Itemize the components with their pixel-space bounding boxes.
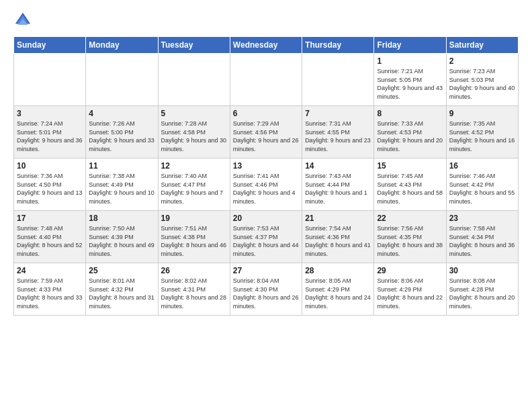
header-cell-thursday: Thursday	[302, 37, 374, 54]
day-cell: 27Sunrise: 8:04 AM Sunset: 4:30 PM Dayli…	[230, 263, 302, 316]
day-cell: 18Sunrise: 7:50 AM Sunset: 4:39 PM Dayli…	[86, 211, 158, 263]
day-number: 5	[161, 109, 227, 118]
week-row-4: 17Sunrise: 7:48 AM Sunset: 4:40 PM Dayli…	[14, 211, 519, 263]
page: SundayMondayTuesdayWednesdayThursdayFrid…	[0, 0, 532, 322]
week-row-1: 1Sunrise: 7:21 AM Sunset: 5:05 PM Daylig…	[14, 54, 519, 106]
day-info: Sunrise: 8:04 AM Sunset: 4:30 PM Dayligh…	[233, 277, 299, 310]
day-number: 21	[305, 214, 371, 223]
day-cell: 24Sunrise: 7:59 AM Sunset: 4:33 PM Dayli…	[14, 263, 86, 316]
day-info: Sunrise: 7:59 AM Sunset: 4:33 PM Dayligh…	[17, 277, 83, 310]
day-info: Sunrise: 8:01 AM Sunset: 4:32 PM Dayligh…	[89, 277, 154, 310]
day-cell: 26Sunrise: 8:02 AM Sunset: 4:31 PM Dayli…	[158, 263, 230, 316]
day-cell: 13Sunrise: 7:41 AM Sunset: 4:46 PM Dayli…	[230, 158, 302, 211]
header-cell-friday: Friday	[374, 37, 446, 54]
day-cell: 5Sunrise: 7:28 AM Sunset: 4:58 PM Daylig…	[158, 106, 230, 158]
header-cell-sunday: Sunday	[14, 37, 86, 54]
day-cell: 14Sunrise: 7:43 AM Sunset: 4:44 PM Dayli…	[302, 158, 374, 211]
day-info: Sunrise: 7:40 AM Sunset: 4:47 PM Dayligh…	[161, 172, 227, 205]
calendar-body: 1Sunrise: 7:21 AM Sunset: 5:05 PM Daylig…	[14, 54, 519, 316]
day-number: 16	[449, 161, 515, 171]
header	[13, 11, 519, 30]
day-info: Sunrise: 8:06 AM Sunset: 4:29 PM Dayligh…	[377, 277, 443, 310]
day-info: Sunrise: 8:02 AM Sunset: 4:31 PM Dayligh…	[161, 277, 227, 310]
day-info: Sunrise: 7:35 AM Sunset: 4:52 PM Dayligh…	[449, 120, 515, 153]
day-info: Sunrise: 7:21 AM Sunset: 5:05 PM Dayligh…	[377, 67, 443, 101]
day-number: 8	[377, 109, 443, 118]
day-cell: 4Sunrise: 7:26 AM Sunset: 5:00 PM Daylig…	[86, 106, 158, 158]
day-number: 1	[377, 56, 443, 66]
logo	[13, 11, 35, 30]
day-info: Sunrise: 8:05 AM Sunset: 4:29 PM Dayligh…	[305, 277, 371, 310]
day-number: 13	[233, 161, 299, 171]
day-cell: 3Sunrise: 7:24 AM Sunset: 5:01 PM Daylig…	[14, 106, 86, 158]
day-number: 24	[17, 266, 83, 275]
day-cell: 28Sunrise: 8:05 AM Sunset: 4:29 PM Dayli…	[302, 263, 374, 316]
day-number: 15	[377, 161, 443, 171]
day-info: Sunrise: 7:33 AM Sunset: 4:53 PM Dayligh…	[377, 120, 443, 153]
day-number: 11	[89, 161, 154, 171]
day-number: 28	[305, 266, 371, 275]
day-cell	[230, 54, 302, 106]
day-info: Sunrise: 7:28 AM Sunset: 4:58 PM Dayligh…	[161, 120, 227, 153]
day-cell: 7Sunrise: 7:31 AM Sunset: 4:55 PM Daylig…	[302, 106, 374, 158]
day-cell: 30Sunrise: 8:08 AM Sunset: 4:28 PM Dayli…	[446, 263, 518, 316]
day-cell: 29Sunrise: 8:06 AM Sunset: 4:29 PM Dayli…	[374, 263, 446, 316]
day-number: 29	[377, 266, 443, 275]
day-info: Sunrise: 7:50 AM Sunset: 4:39 PM Dayligh…	[89, 224, 154, 258]
week-row-3: 10Sunrise: 7:36 AM Sunset: 4:50 PM Dayli…	[14, 158, 519, 211]
day-number: 12	[161, 161, 227, 171]
day-info: Sunrise: 7:58 AM Sunset: 4:34 PM Dayligh…	[449, 224, 515, 258]
logo-icon	[13, 11, 32, 30]
header-cell-wednesday: Wednesday	[230, 37, 302, 54]
day-info: Sunrise: 7:31 AM Sunset: 4:55 PM Dayligh…	[305, 120, 371, 153]
day-info: Sunrise: 7:26 AM Sunset: 5:00 PM Dayligh…	[89, 120, 154, 153]
day-info: Sunrise: 7:48 AM Sunset: 4:40 PM Dayligh…	[17, 224, 83, 258]
day-cell: 19Sunrise: 7:51 AM Sunset: 4:38 PM Dayli…	[158, 211, 230, 263]
day-info: Sunrise: 7:38 AM Sunset: 4:49 PM Dayligh…	[89, 172, 154, 205]
header-cell-tuesday: Tuesday	[158, 37, 230, 54]
day-cell	[86, 54, 158, 106]
day-cell: 11Sunrise: 7:38 AM Sunset: 4:49 PM Dayli…	[86, 158, 158, 211]
day-number: 2	[449, 56, 515, 66]
day-number: 9	[449, 109, 515, 118]
day-cell: 1Sunrise: 7:21 AM Sunset: 5:05 PM Daylig…	[374, 54, 446, 106]
day-number: 20	[233, 214, 299, 223]
day-info: Sunrise: 7:51 AM Sunset: 4:38 PM Dayligh…	[161, 224, 227, 258]
day-info: Sunrise: 7:43 AM Sunset: 4:44 PM Dayligh…	[305, 172, 371, 205]
day-cell: 17Sunrise: 7:48 AM Sunset: 4:40 PM Dayli…	[14, 211, 86, 263]
day-info: Sunrise: 7:54 AM Sunset: 4:36 PM Dayligh…	[305, 224, 371, 258]
header-cell-saturday: Saturday	[446, 37, 518, 54]
day-number: 25	[89, 266, 154, 275]
day-number: 27	[233, 266, 299, 275]
week-row-5: 24Sunrise: 7:59 AM Sunset: 4:33 PM Dayli…	[14, 263, 519, 316]
day-number: 3	[17, 109, 83, 118]
day-cell	[302, 54, 374, 106]
day-cell: 12Sunrise: 7:40 AM Sunset: 4:47 PM Dayli…	[158, 158, 230, 211]
day-info: Sunrise: 7:56 AM Sunset: 4:35 PM Dayligh…	[377, 224, 443, 258]
day-cell: 2Sunrise: 7:23 AM Sunset: 5:03 PM Daylig…	[446, 54, 518, 106]
day-info: Sunrise: 7:41 AM Sunset: 4:46 PM Dayligh…	[233, 172, 299, 205]
day-cell	[158, 54, 230, 106]
day-cell: 15Sunrise: 7:45 AM Sunset: 4:43 PM Dayli…	[374, 158, 446, 211]
calendar-table: SundayMondayTuesdayWednesdayThursdayFrid…	[13, 36, 519, 316]
day-number: 26	[161, 266, 227, 275]
day-info: Sunrise: 7:29 AM Sunset: 4:56 PM Dayligh…	[233, 120, 299, 153]
day-number: 22	[377, 214, 443, 223]
day-cell: 6Sunrise: 7:29 AM Sunset: 4:56 PM Daylig…	[230, 106, 302, 158]
day-number: 17	[17, 214, 83, 223]
week-row-2: 3Sunrise: 7:24 AM Sunset: 5:01 PM Daylig…	[14, 106, 519, 158]
day-info: Sunrise: 8:08 AM Sunset: 4:28 PM Dayligh…	[449, 277, 515, 310]
day-number: 19	[161, 214, 227, 223]
day-number: 30	[449, 266, 515, 275]
header-row: SundayMondayTuesdayWednesdayThursdayFrid…	[14, 37, 519, 54]
day-cell: 16Sunrise: 7:46 AM Sunset: 4:42 PM Dayli…	[446, 158, 518, 211]
day-info: Sunrise: 7:36 AM Sunset: 4:50 PM Dayligh…	[17, 172, 83, 205]
day-cell: 10Sunrise: 7:36 AM Sunset: 4:50 PM Dayli…	[14, 158, 86, 211]
day-cell: 9Sunrise: 7:35 AM Sunset: 4:52 PM Daylig…	[446, 106, 518, 158]
day-number: 6	[233, 109, 299, 118]
day-number: 18	[89, 214, 154, 223]
day-info: Sunrise: 7:45 AM Sunset: 4:43 PM Dayligh…	[377, 172, 443, 205]
day-cell: 25Sunrise: 8:01 AM Sunset: 4:32 PM Dayli…	[86, 263, 158, 316]
day-number: 4	[89, 109, 154, 118]
day-number: 10	[17, 161, 83, 171]
